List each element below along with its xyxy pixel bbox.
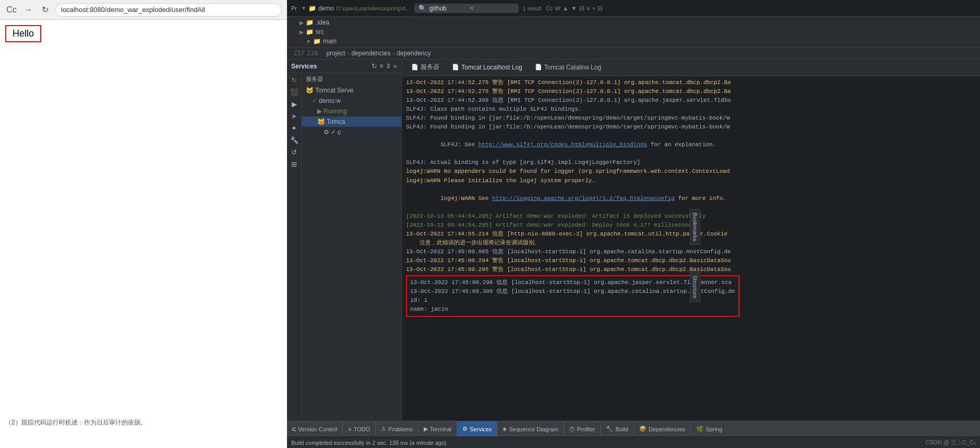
check-icon: ✓ bbox=[312, 97, 317, 104]
status-todo[interactable]: ≡ TODO bbox=[343, 421, 376, 437]
search-icon: 🔍 bbox=[419, 5, 426, 12]
services-status-label: Services bbox=[470, 426, 492, 432]
running-label: Running bbox=[324, 108, 347, 115]
log-line-16: 13-Oct-2022 17:45:00.065 信息 [localhost-s… bbox=[406, 247, 976, 256]
statusbar: ⑆ Version Control ≡ TODO ⚠ Problems ▶ Te… bbox=[287, 421, 980, 437]
tree-arrow-icon: ▶ bbox=[300, 20, 304, 26]
status-dependencies[interactable]: 📦 Dependencies bbox=[634, 421, 691, 437]
status-terminal[interactable]: ▶ Terminal bbox=[419, 421, 458, 437]
slf4j-link[interactable]: http://www.slf4j.org/codes.html#multiple… bbox=[479, 142, 647, 148]
status-build[interactable]: 🔨 Build bbox=[601, 421, 634, 437]
service-item-tomcat[interactable]: 🐱 Tomcat Serve bbox=[302, 85, 401, 96]
log-line-19: 13-Oct-2022 17:45:00.298 信息 [localhost-s… bbox=[410, 278, 735, 287]
tomca-icon: 🐱 bbox=[317, 118, 325, 125]
tree-arrow-main-icon: ▼ bbox=[306, 39, 311, 44]
services-toolbar: ↻ ≡ ⇕ » bbox=[372, 62, 397, 70]
prev-result-icon[interactable]: ▲ bbox=[563, 5, 569, 12]
breadcrumb-project[interactable]: project bbox=[326, 50, 345, 57]
tomcat-label: Tomcat Serve bbox=[315, 87, 353, 94]
reload-action-icon[interactable]: ↻ bbox=[291, 76, 297, 84]
problems-label: Problems bbox=[388, 426, 412, 432]
close-icon[interactable]: ✕ bbox=[469, 5, 474, 12]
build-label: Build bbox=[615, 426, 628, 432]
structure-tab[interactable]: Structure bbox=[690, 272, 700, 302]
project-info: ▼ 📁 demo D:\openLean\demospring\d... bbox=[301, 5, 410, 12]
status-profiler[interactable]: ⏱ Profiler bbox=[564, 421, 601, 437]
status-version-control[interactable]: ⑆ Version Control bbox=[287, 421, 343, 437]
version-control-label: Version Control bbox=[298, 426, 337, 432]
todo-label: TODO bbox=[354, 426, 371, 432]
folder-idea-icon: 📁 bbox=[306, 19, 314, 26]
tab-server[interactable]: 📄 服务器 bbox=[406, 61, 445, 75]
services-inner: ↻ ⬛ ▶ ➤ ✦ 🔧 ↺ ⊞ 服务器 🐱 bbox=[287, 73, 401, 421]
services-tree: 服务器 🐱 Tomcat Serve ✓ demo:w ▶ bbox=[302, 73, 401, 421]
main-area: Services ↻ ≡ ⇕ » ↻ ⬛ ▶ ➤ ✦ 🔧 ↺ bbox=[287, 60, 980, 421]
address-bar[interactable] bbox=[55, 3, 282, 17]
log4j-link[interactable]: http://logging.apache.org/log4j/1.2/faq.… bbox=[492, 195, 675, 202]
settings-action-icon[interactable]: ✦ bbox=[291, 124, 297, 132]
catalina-log-label: Tomcat Catalina Log bbox=[544, 64, 601, 71]
next-result-icon[interactable]: ▼ bbox=[571, 5, 577, 12]
debug-action-icon[interactable]: ➤ bbox=[291, 112, 297, 120]
collapse-services-button[interactable]: ≡ bbox=[379, 62, 384, 70]
line-num-238: 238 bbox=[307, 50, 318, 57]
search-box: 🔍 ✕ bbox=[414, 4, 519, 13]
tree-item-idea[interactable]: ▶ 📁 .idea bbox=[287, 18, 980, 27]
tomca-label: Tomca bbox=[327, 118, 345, 125]
service-item-tomca[interactable]: 🐱 Tomca bbox=[302, 116, 401, 127]
run-action-icon[interactable]: ▶ bbox=[292, 100, 297, 108]
tree-item-main[interactable]: ▼ 📁 main bbox=[287, 37, 980, 46]
forward-button[interactable]: → bbox=[22, 4, 34, 16]
word-icon[interactable]: W bbox=[555, 5, 560, 11]
log-area[interactable]: 13-Oct-2022 17:44:52.275 警告 [RMI TCP Con… bbox=[402, 76, 980, 421]
log-line-1: 13-Oct-2022 17:44:52.275 警告 [RMI TCP Con… bbox=[406, 78, 976, 87]
expand-services-button[interactable]: ⇕ bbox=[386, 62, 391, 70]
wrench-action-icon[interactable]: 🔧 bbox=[290, 136, 298, 144]
breadcrumb-dependencies[interactable]: dependencies bbox=[351, 50, 390, 57]
csdn-label: CSDN @ 三△C_C₅ bbox=[926, 439, 976, 446]
service-item-check-c[interactable]: ⚙ ✓ c bbox=[302, 127, 401, 137]
sequence-icon: ◈ bbox=[503, 426, 507, 432]
tab-catalina-log[interactable]: 📄 Tomcat Catalina Log bbox=[530, 62, 606, 74]
service-item-demo[interactable]: ✓ demo:w bbox=[302, 96, 401, 106]
filter-icon[interactable]: ⊟ bbox=[579, 5, 584, 12]
more-services-button[interactable]: » bbox=[393, 62, 397, 70]
refresh-button[interactable]: ↻ bbox=[39, 4, 51, 16]
log-line-21: id: 1 bbox=[410, 296, 735, 305]
options-icon[interactable]: ≡ bbox=[587, 5, 590, 12]
tab-localhost-log[interactable]: 📄 Tomcat Localhost Log bbox=[447, 62, 528, 74]
bookmarks-tab[interactable]: Bookmarks bbox=[690, 209, 700, 245]
log-line-11: log4j:WARN See http://logging.apache.org… bbox=[406, 185, 976, 212]
terminal-icon: ▶ bbox=[424, 426, 428, 432]
case-sensitive-icon[interactable]: Cc bbox=[546, 5, 553, 11]
project-name: demo bbox=[318, 5, 334, 12]
check-c-label: ✓ c bbox=[331, 128, 341, 136]
grid-action-icon[interactable]: ⊞ bbox=[291, 160, 297, 168]
expand-arrow[interactable]: ▼ bbox=[301, 5, 306, 11]
back-button[interactable]: Cc bbox=[5, 4, 18, 16]
log-line-8: SLF4J: Actual binding is of type [org.sl… bbox=[406, 158, 976, 167]
dependencies-label: Dependencies bbox=[649, 426, 685, 432]
search-input[interactable] bbox=[429, 5, 466, 12]
breadcrumb-sep1: › bbox=[347, 50, 349, 57]
sequence-label: Sequence Diagram bbox=[509, 426, 558, 432]
browser-bar: Cc → ↻ bbox=[0, 0, 287, 20]
status-services[interactable]: ⚙ Services bbox=[457, 421, 497, 437]
stop-action-icon[interactable]: ⬛ bbox=[290, 88, 298, 96]
more-icon[interactable]: ≈ bbox=[592, 5, 596, 12]
breadcrumb-dependency[interactable]: dependency bbox=[397, 50, 431, 57]
status-sequence[interactable]: ◈ Sequence Diagram bbox=[497, 421, 564, 437]
browser-content: Hello （2）跟踪代码运行时机述：作为日后审计的依据。 bbox=[0, 20, 287, 448]
status-problems[interactable]: ⚠ Problems bbox=[376, 421, 418, 437]
filter2-icon[interactable]: ⊟ bbox=[597, 5, 603, 12]
refresh2-action-icon[interactable]: ↺ bbox=[291, 148, 297, 156]
tree-item-src[interactable]: ▶ 📁 src bbox=[287, 27, 980, 37]
tomcat-icon: 🐱 bbox=[306, 87, 314, 94]
search-toolbar: Cc W ▲ ▼ ⊟ ≡ ≈ ⊟ bbox=[546, 5, 603, 12]
service-item-running[interactable]: ▶ Running bbox=[302, 106, 401, 116]
catalina-log-icon: 📄 bbox=[535, 64, 542, 70]
reload-services-button[interactable]: ↻ bbox=[372, 62, 377, 70]
status-spring[interactable]: 🌿 Spring bbox=[691, 421, 727, 437]
folder-icon: 📁 bbox=[308, 5, 316, 12]
ide-topbar: Pr ▼ 📁 demo D:\openLean\demospring\d... … bbox=[287, 0, 980, 17]
